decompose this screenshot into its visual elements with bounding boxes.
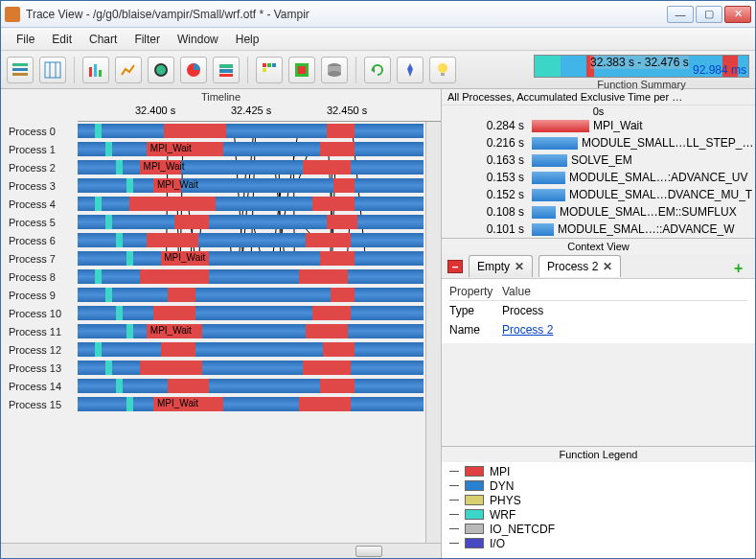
tab-empty[interactable]: Empty✕	[469, 255, 533, 277]
menu-filter[interactable]: Filter	[126, 30, 168, 49]
scroll-thumb[interactable]	[355, 546, 382, 557]
menu-help[interactable]: Help	[228, 30, 267, 49]
funcsummary-row[interactable]: 0.284 sMPI_Wait	[442, 117, 755, 134]
maximize-button[interactable]: ▢	[696, 6, 722, 23]
funcsummary-row[interactable]: 0.101 sMODULE_SMAL…::ADVANCE_W	[442, 221, 755, 238]
process-row[interactable]: Process 0	[1, 122, 441, 140]
timeline-ruler[interactable]: 32.400 s 32.425 s 32.450 s	[78, 105, 441, 122]
minimize-button[interactable]: —	[667, 6, 694, 23]
svg-rect-7	[94, 64, 97, 77]
tool-bulb-icon[interactable]	[429, 57, 456, 83]
process-track[interactable]: MPI_Wait	[78, 142, 424, 156]
tool-timeline-icon[interactable]	[7, 57, 34, 83]
process-row[interactable]: Process 2MPI_Wait	[1, 158, 441, 176]
process-row[interactable]: Process 9	[1, 286, 441, 304]
funcsummary-row[interactable]: 0.153 sMODULE_SMAL…:ADVANCE_UV	[442, 169, 755, 186]
legend-item[interactable]: MPI	[449, 464, 747, 478]
process-label: Process 0	[1, 126, 78, 137]
window-title: Trace View - /g/g0/blaise/vampir/Small/w…	[26, 8, 667, 21]
titlebar: Trace View - /g/g0/blaise/vampir/Small/w…	[1, 1, 755, 28]
funcsummary-row[interactable]: 0.216 sMODULE_SMALL…LL_STEP_PREP	[442, 134, 755, 151]
process-track[interactable]	[78, 288, 424, 302]
process-track[interactable]: MPI_Wait	[78, 178, 424, 193]
process-track[interactable]: MPI_Wait	[78, 324, 424, 338]
legend-item[interactable]: PHYS	[449, 493, 747, 507]
process-track[interactable]: MPI_Wait	[78, 251, 424, 266]
process-label: Process 13	[1, 362, 78, 374]
close-icon[interactable]: ✕	[603, 260, 612, 273]
process-label: Process 5	[1, 217, 78, 228]
tool-pie-icon[interactable]	[180, 57, 207, 83]
process-track[interactable]	[78, 215, 424, 229]
menu-edit[interactable]: Edit	[44, 30, 80, 49]
timeline-body[interactable]: Process 0Process 1MPI_WaitProcess 2MPI_W…	[1, 122, 441, 543]
process-row[interactable]: Process 12	[1, 340, 441, 359]
legend-label: Function Legend	[442, 446, 755, 462]
menu-file[interactable]: File	[9, 30, 42, 49]
tool-stack-icon[interactable]	[213, 57, 240, 83]
process-row[interactable]: Process 13	[1, 359, 441, 377]
process-row[interactable]: Process 3MPI_Wait	[1, 176, 441, 195]
ctx-val[interactable]: Process 2	[502, 323, 553, 337]
process-row[interactable]: Process 10	[1, 304, 441, 322]
process-track[interactable]	[78, 124, 424, 138]
process-row[interactable]: Process 4	[1, 195, 441, 213]
tool-matrix-icon[interactable]	[256, 57, 283, 83]
legend-name: MPI	[490, 465, 510, 478]
funcsummary-row[interactable]: 0.152 sMODULE_SMAL…DVANCE_MU_T	[442, 186, 755, 203]
mpi-label: MPI_Wait	[150, 143, 192, 153]
process-row[interactable]: Process 1MPI_Wait	[1, 140, 441, 158]
tool-bars-icon[interactable]	[82, 57, 109, 83]
legend-item[interactable]: I/O	[449, 536, 747, 550]
tool-grid-icon[interactable]	[39, 57, 66, 83]
process-label: Process 10	[1, 308, 78, 319]
process-row[interactable]: Process 6	[1, 231, 441, 249]
menu-chart[interactable]: Chart	[81, 30, 125, 49]
funcsummary-row[interactable]: 0.163 sSOLVE_EM	[442, 151, 755, 169]
process-row[interactable]: Process 7MPI_Wait	[1, 249, 441, 268]
svg-rect-2	[12, 73, 28, 76]
menu-window[interactable]: Window	[170, 30, 226, 49]
overview-panel: 32.383 s - 32.476 s 92.984 ms Function S…	[534, 55, 749, 90]
add-tab-button[interactable]: +	[734, 260, 749, 273]
tool-chart-icon[interactable]	[115, 57, 142, 83]
tool-pin-icon[interactable]	[397, 57, 424, 83]
func-bar	[532, 154, 567, 167]
process-track[interactable]	[78, 361, 424, 375]
process-track[interactable]: MPI_Wait	[78, 397, 424, 411]
svg-rect-13	[219, 69, 233, 73]
func-time: 0.101 s	[442, 222, 528, 236]
legend-item[interactable]: IO_NETCDF	[449, 522, 747, 536]
process-row[interactable]: Process 11MPI_Wait	[1, 322, 441, 340]
process-track[interactable]	[78, 269, 424, 284]
funcsummary-row[interactable]: 0.108 sMODULE_SMAL…EM::SUMFLUX	[442, 203, 755, 221]
close-icon[interactable]: ✕	[515, 260, 524, 273]
legend-item[interactable]: WRF	[449, 507, 747, 522]
process-track[interactable]: MPI_Wait	[78, 160, 424, 175]
tool-gauge-icon[interactable]	[148, 57, 174, 83]
func-name: MODULE_SMAL…EM::SUMFLUX	[560, 205, 755, 219]
legend-item[interactable]: DYN	[449, 478, 747, 493]
process-track[interactable]	[78, 197, 424, 211]
legend-body: MPIDYNPHYSWRFIO_NETCDFI/O	[442, 462, 755, 558]
overview-minimap[interactable]: 32.383 s - 32.476 s 92.984 ms	[534, 55, 749, 78]
process-track[interactable]	[78, 233, 424, 247]
process-row[interactable]: Process 8	[1, 268, 441, 286]
process-row[interactable]: Process 14	[1, 377, 441, 395]
close-button[interactable]: ✕	[724, 6, 751, 23]
process-track[interactable]	[78, 342, 424, 357]
tab-process2[interactable]: Process 2✕	[538, 255, 621, 277]
scrollbar-vertical[interactable]	[425, 122, 441, 543]
process-track[interactable]	[78, 379, 424, 393]
process-row[interactable]: Process 15MPI_Wait	[1, 395, 441, 413]
func-bar	[532, 189, 565, 201]
svg-rect-15	[263, 63, 266, 67]
process-track[interactable]	[78, 306, 424, 320]
remove-tab-button[interactable]: –	[447, 260, 463, 273]
scrollbar-horizontal[interactable]	[1, 543, 441, 558]
func-name: MPI_Wait	[593, 119, 755, 132]
process-row[interactable]: Process 5	[1, 213, 441, 231]
tool-heatmap-icon[interactable]	[288, 57, 315, 83]
tool-refresh-icon[interactable]	[364, 57, 391, 83]
tool-disk-icon[interactable]	[321, 57, 348, 83]
